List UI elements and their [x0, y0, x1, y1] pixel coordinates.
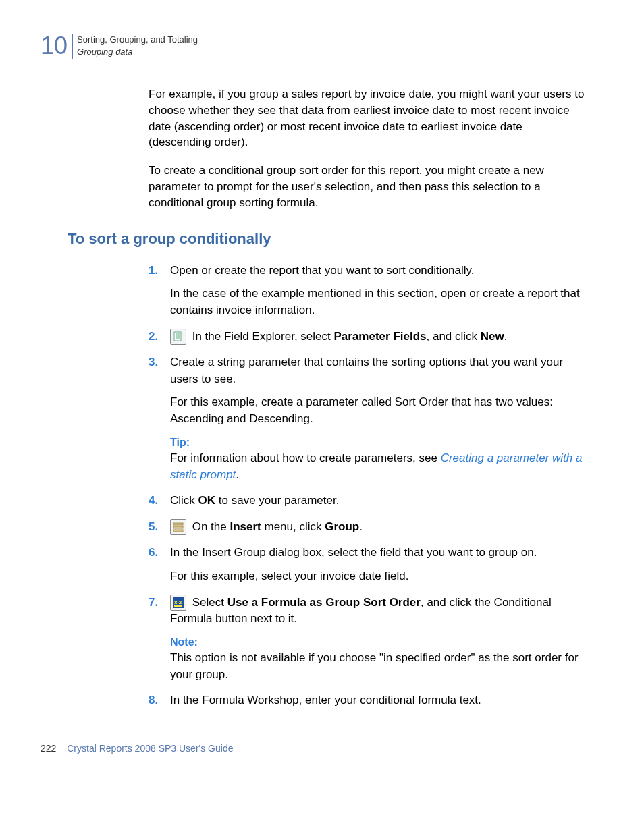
- step-number: 4.: [149, 493, 158, 509]
- step-number: 6.: [149, 545, 158, 561]
- step-number: 7.: [149, 595, 158, 611]
- steps-list: 1. Open or create the report that you wa…: [149, 263, 587, 710]
- step-bold-1: OK: [198, 494, 216, 507]
- step-1: 1. Open or create the report that you wa…: [149, 263, 587, 319]
- tip-pre: For information about how to create para…: [170, 451, 441, 464]
- step-text: In the Formula Workshop, enter your cond…: [170, 694, 481, 707]
- step-text: Create a string parameter that contains …: [170, 356, 563, 385]
- step-number: 2.: [149, 329, 158, 346]
- note-block: Note: This option is not available if yo…: [170, 634, 587, 683]
- step-text: Open or create the report that you want …: [170, 264, 474, 277]
- step-bold-2: Group: [325, 520, 359, 533]
- step-text-post: to save your parameter.: [215, 494, 339, 507]
- step-bold-1: Insert: [230, 520, 261, 533]
- intro-paragraph-2: To create a conditional group sort order…: [149, 163, 587, 211]
- svg-rect-9: [174, 605, 182, 607]
- formula-icon: x·2: [170, 595, 186, 611]
- step-7: 7. x·2 Select Use a Formula as Group Sor…: [149, 595, 587, 684]
- step-subtext: In the case of the example mentioned in …: [170, 285, 587, 319]
- svg-rect-6: [173, 530, 183, 532]
- step-number: 3.: [149, 354, 158, 371]
- step-number: 1.: [149, 263, 158, 279]
- note-text: This option is not available if you choo…: [170, 651, 579, 681]
- step-bold-2: New: [481, 330, 504, 343]
- header-title: Sorting, Grouping, and Totaling: [77, 34, 198, 46]
- svg-text:x·2: x·2: [174, 599, 182, 605]
- step-3: 3. Create a string parameter that contai…: [149, 354, 587, 483]
- step-4: 4. Click OK to save your parameter.: [149, 493, 587, 509]
- step-bold-1: Use a Formula as Group Sort Order: [227, 596, 421, 609]
- page-number: 222: [41, 743, 56, 754]
- field-explorer-icon: [170, 329, 186, 345]
- section-heading: To sort a group conditionally: [68, 230, 587, 248]
- insert-group-icon: [170, 519, 186, 535]
- step-bold-1: Parameter Fields: [334, 330, 427, 343]
- step-number: 5.: [149, 519, 158, 536]
- step-6: 6. In the Insert Group dialog box, selec…: [149, 545, 587, 584]
- step-text-post: .: [359, 520, 363, 533]
- tip-post: .: [236, 468, 239, 481]
- page-footer: 222 Crystal Reports 2008 SP3 User's Guid…: [41, 743, 587, 754]
- header-subtitle: Grouping data: [77, 46, 198, 58]
- step-5: 5. On the Insert menu, click Group.: [149, 519, 587, 536]
- intro-paragraph-1: For example, if you group a sales report…: [149, 86, 587, 150]
- step-subtext: For this example, select your invoice da…: [170, 568, 587, 585]
- svg-rect-4: [173, 523, 183, 525]
- intro-block: For example, if you group a sales report…: [149, 86, 587, 211]
- tip-label: Tip:: [170, 435, 587, 450]
- svg-rect-5: [173, 526, 183, 528]
- note-label: Note:: [170, 634, 587, 650]
- step-text-pre: In the Field Explorer, select: [189, 330, 334, 343]
- chapter-number: 10: [41, 34, 68, 58]
- step-text-pre: On the: [189, 520, 230, 533]
- doc-title: Crystal Reports 2008 SP3 User's Guide: [67, 743, 233, 754]
- step-text-pre: Select: [189, 596, 227, 609]
- tip-block: Tip: For information about how to create…: [170, 435, 587, 483]
- header-divider: [72, 34, 73, 59]
- step-8: 8. In the Formula Workshop, enter your c…: [149, 692, 587, 709]
- step-text-post: .: [504, 330, 508, 343]
- step-2: 2. In the Field Explorer, select Paramet…: [149, 329, 587, 346]
- page-header: 10 Sorting, Grouping, and Totaling Group…: [41, 34, 587, 59]
- step-text-mid: menu, click: [261, 520, 325, 533]
- step-text-pre: Click: [170, 494, 198, 507]
- step-text: In the Insert Group dialog box, select t…: [170, 546, 537, 559]
- step-text-mid: , and click: [427, 330, 481, 343]
- step-number: 8.: [149, 692, 158, 709]
- step-subtext: For this example, create a parameter cal…: [170, 394, 587, 427]
- header-text-block: Sorting, Grouping, and Totaling Grouping…: [77, 34, 198, 58]
